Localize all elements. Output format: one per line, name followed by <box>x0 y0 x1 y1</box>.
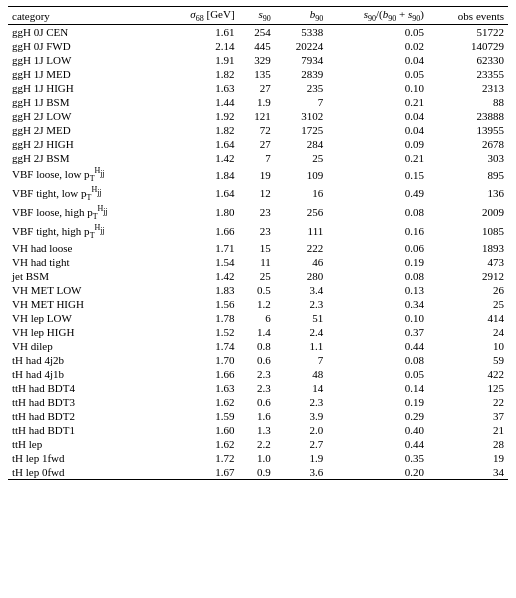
cell-ratio: 0.04 <box>327 109 428 123</box>
cell-obs: 895 <box>428 165 508 184</box>
table-row: VBF tight, high pTHjj1.66231110.161085 <box>8 222 508 241</box>
data-table: category σ68 [GeV] s90 b90 s90/(b90 + s9… <box>8 6 508 480</box>
cell-ratio: 0.05 <box>327 25 428 40</box>
cell-obs: 10 <box>428 339 508 353</box>
table-row: VH lep HIGH1.521.42.40.3724 <box>8 325 508 339</box>
cell-b90: 7 <box>275 95 327 109</box>
table-row: ggH 1J BSM1.441.970.2188 <box>8 95 508 109</box>
cell-obs: 34 <box>428 465 508 480</box>
cell-b90: 3.9 <box>275 409 327 423</box>
cell-ratio: 0.44 <box>327 339 428 353</box>
cell-category: tH had 4j2b <box>8 353 161 367</box>
table-row: ttH had BDT21.591.63.90.2937 <box>8 409 508 423</box>
cell-sigma68: 1.64 <box>161 137 238 151</box>
cell-obs: 422 <box>428 367 508 381</box>
cell-category: tH lep 1fwd <box>8 451 161 465</box>
cell-category: ttH had BDT4 <box>8 381 161 395</box>
cell-b90: 1.1 <box>275 339 327 353</box>
table-row: ggH 1J HIGH1.63272350.102313 <box>8 81 508 95</box>
cell-s90: 27 <box>239 81 275 95</box>
cell-ratio: 0.15 <box>327 165 428 184</box>
cell-category: tH had 4j1b <box>8 367 161 381</box>
cell-obs: 1085 <box>428 222 508 241</box>
cell-ratio: 0.05 <box>327 67 428 81</box>
cell-ratio: 0.08 <box>327 269 428 283</box>
cell-ratio: 0.40 <box>327 423 428 437</box>
cell-sigma68: 1.82 <box>161 67 238 81</box>
table-row: tH lep 1fwd1.721.01.90.3519 <box>8 451 508 465</box>
cell-category: ggH 1J LOW <box>8 53 161 67</box>
cell-b90: 3.4 <box>275 283 327 297</box>
cell-sigma68: 1.72 <box>161 451 238 465</box>
cell-b90: 7934 <box>275 53 327 67</box>
cell-s90: 2.3 <box>239 367 275 381</box>
cell-obs: 2313 <box>428 81 508 95</box>
cell-obs: 88 <box>428 95 508 109</box>
cell-b90: 3102 <box>275 109 327 123</box>
table-row: ggH 1J MED1.8213528390.0523355 <box>8 67 508 81</box>
cell-category: VH had loose <box>8 241 161 255</box>
cell-s90: 0.8 <box>239 339 275 353</box>
cell-ratio: 0.16 <box>327 222 428 241</box>
cell-category: VH lep HIGH <box>8 325 161 339</box>
cell-b90: 222 <box>275 241 327 255</box>
cell-obs: 37 <box>428 409 508 423</box>
cell-ratio: 0.06 <box>327 241 428 255</box>
cell-b90: 5338 <box>275 25 327 40</box>
cell-category: ggH 0J FWD <box>8 39 161 53</box>
cell-s90: 1.2 <box>239 297 275 311</box>
cell-obs: 303 <box>428 151 508 165</box>
cell-sigma68: 1.42 <box>161 151 238 165</box>
cell-s90: 15 <box>239 241 275 255</box>
cell-obs: 2678 <box>428 137 508 151</box>
cell-b90: 7 <box>275 353 327 367</box>
cell-b90: 46 <box>275 255 327 269</box>
cell-b90: 51 <box>275 311 327 325</box>
cell-category: VBF loose, low pTHjj <box>8 165 161 184</box>
cell-s90: 0.6 <box>239 395 275 409</box>
cell-b90: 20224 <box>275 39 327 53</box>
col-header-b90: b90 <box>275 7 327 25</box>
cell-sigma68: 1.56 <box>161 297 238 311</box>
cell-sigma68: 1.54 <box>161 255 238 269</box>
cell-s90: 6 <box>239 311 275 325</box>
cell-s90: 11 <box>239 255 275 269</box>
cell-b90: 111 <box>275 222 327 241</box>
cell-sigma68: 1.82 <box>161 123 238 137</box>
cell-b90: 109 <box>275 165 327 184</box>
cell-category: VH MET HIGH <box>8 297 161 311</box>
cell-s90: 27 <box>239 137 275 151</box>
cell-sigma68: 1.66 <box>161 222 238 241</box>
cell-sigma68: 1.71 <box>161 241 238 255</box>
cell-s90: 2.3 <box>239 381 275 395</box>
cell-sigma68: 1.92 <box>161 109 238 123</box>
cell-category: ggH 1J BSM <box>8 95 161 109</box>
cell-sigma68: 1.62 <box>161 437 238 451</box>
cell-b90: 25 <box>275 151 327 165</box>
cell-ratio: 0.04 <box>327 123 428 137</box>
table-row: VH dilep1.740.81.10.4410 <box>8 339 508 353</box>
cell-category: ttH lep <box>8 437 161 451</box>
cell-ratio: 0.05 <box>327 367 428 381</box>
table-row: VH had loose1.71152220.061893 <box>8 241 508 255</box>
cell-obs: 24 <box>428 325 508 339</box>
table-row: ttH had BDT11.601.32.00.4021 <box>8 423 508 437</box>
cell-s90: 1.0 <box>239 451 275 465</box>
cell-sigma68: 1.84 <box>161 165 238 184</box>
cell-obs: 59 <box>428 353 508 367</box>
cell-category: VBF tight, high pTHjj <box>8 222 161 241</box>
cell-sigma68: 1.74 <box>161 339 238 353</box>
cell-category: VH lep LOW <box>8 311 161 325</box>
cell-ratio: 0.44 <box>327 437 428 451</box>
cell-s90: 72 <box>239 123 275 137</box>
cell-s90: 1.4 <box>239 325 275 339</box>
cell-ratio: 0.19 <box>327 395 428 409</box>
cell-ratio: 0.21 <box>327 95 428 109</box>
cell-s90: 23 <box>239 222 275 241</box>
cell-sigma68: 1.42 <box>161 269 238 283</box>
cell-category: ggH 0J CEN <box>8 25 161 40</box>
cell-sigma68: 1.59 <box>161 409 238 423</box>
cell-b90: 1.9 <box>275 451 327 465</box>
table-row: ggH 1J LOW1.9132979340.0462330 <box>8 53 508 67</box>
cell-s90: 329 <box>239 53 275 67</box>
